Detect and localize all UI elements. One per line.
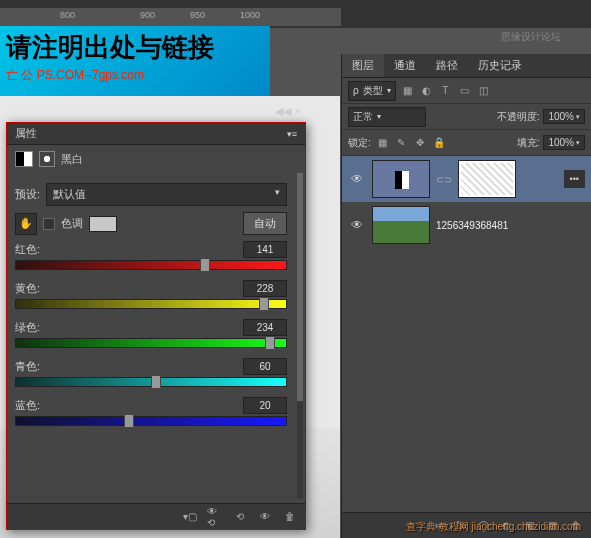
lock-row: 锁定: ▦ ✎ ✥ 🔒 填充: 100%▾ [342,130,591,156]
fill-label: 填充: [517,136,540,150]
ruler-horizontal: 800 900 950 1000 [0,8,341,26]
opacity-input[interactable]: 100%▾ [543,109,585,124]
slider-label: 蓝色: [15,398,40,413]
slider-knob[interactable] [200,258,210,272]
lock-position-icon[interactable]: ✥ [413,135,428,150]
slider-green: 绿色:234 [15,319,287,348]
layers-panel: 图层 通道 路径 历史记录 ρ类型▾ ▦ ◐ T ▭ ◫ 正常▾ 不透明度: 1… [341,54,591,538]
slider-track[interactable] [15,377,287,387]
slider-value-input[interactable]: 234 [243,319,287,336]
preset-label: 预设: [15,187,40,202]
slider-value-input[interactable]: 20 [243,397,287,414]
targeted-tool-icon[interactable]: ✋ [15,213,37,235]
panel-dock-controls: ◀◀ × [275,105,301,118]
collapse-icon[interactable]: ◀◀ [275,105,291,118]
banner-subtitle: 亡 公 PS.COM--7gps.com [0,67,270,84]
tab-history[interactable]: 历史记录 [468,54,532,77]
preset-select[interactable]: 默认值▾ [46,183,287,206]
slider-track[interactable] [15,260,287,270]
slider-red: 红色:141 [15,241,287,270]
filter-adjust-icon[interactable]: ◐ [419,83,434,98]
lock-transparent-icon[interactable]: ▦ [375,135,390,150]
banner-title: 请注明出处与链接 [0,26,270,67]
close-icon[interactable]: × [295,105,301,118]
slider-knob[interactable] [265,336,275,350]
slider-blue: 蓝色:20 [15,397,287,426]
slider-label: 青色: [15,359,40,374]
lock-label: 锁定: [348,136,371,150]
ruler-tick: 800 [60,10,75,20]
properties-panel: ◀◀ × 属性 ▾≡ 黑白 预设: 默认值▾ ✋ 色调 自动 红色:141 黄色… [6,122,306,530]
layer-name[interactable]: 1256349368481 [436,220,508,231]
visibility-toggle[interactable]: 👁 [348,218,366,232]
slider-track[interactable] [15,416,287,426]
mask-thumb[interactable] [458,160,516,198]
bw-adjustment-icon [15,151,33,167]
toggle-visibility-icon[interactable]: 👁 [257,509,272,524]
slider-value-input[interactable]: 141 [243,241,287,258]
panel-menu-icon[interactable]: ▾≡ [287,129,297,139]
filter-shape-icon[interactable]: ▭ [457,83,472,98]
clip-to-layer-icon[interactable]: ▾▢ [182,509,197,524]
properties-scrollbar[interactable] [297,173,303,499]
slider-knob[interactable] [151,375,161,389]
adjustment-thumb[interactable] [372,160,430,198]
visibility-toggle[interactable]: 👁 [348,172,366,186]
mask-mode-icon[interactable] [39,151,55,167]
layer-thumb[interactable] [372,206,430,244]
tint-row: ✋ 色调 自动 [15,212,287,235]
opacity-label: 不透明度: [497,110,540,124]
layer-adjustment-bw[interactable]: 👁 ⊂⊃ ••• [342,156,591,202]
properties-tab[interactable]: 属性 [15,126,37,141]
panel-tabs: 图层 通道 路径 历史记录 [342,54,591,78]
tab-channels[interactable]: 通道 [384,54,426,77]
blend-row: 正常▾ 不透明度: 100%▾ [342,104,591,130]
slider-label: 红色: [15,242,40,257]
tab-paths[interactable]: 路径 [426,54,468,77]
watermark-banner: 请注明出处与链接 亡 公 PS.COM--7gps.com [0,26,270,96]
page-watermark: 查字典 教程网 jiaocheng.chazidian.com [406,520,581,534]
link-icon[interactable]: ⊂⊃ [436,174,452,185]
ruler-tick: 1000 [240,10,260,20]
auto-button[interactable]: 自动 [243,212,287,235]
properties-tabs: 属性 ▾≡ [7,123,305,145]
tab-layers[interactable]: 图层 [342,54,384,77]
properties-footer: ▾▢ 👁⟲ ⟲ 👁 🗑 [7,503,305,529]
slider-knob[interactable] [259,297,269,311]
slider-yellow: 黄色:228 [15,280,287,309]
blend-mode-select[interactable]: 正常▾ [348,107,426,127]
top-watermark: 思缘设计论坛 [501,30,561,44]
adjustment-name: 黑白 [61,152,83,167]
preset-row: 预设: 默认值▾ [15,183,287,206]
filter-type-icon[interactable]: T [438,83,453,98]
fill-input[interactable]: 100%▾ [543,135,585,150]
adjustment-header: 黑白 [7,145,305,173]
lock-image-icon[interactable]: ✎ [394,135,409,150]
tint-swatch[interactable] [89,216,117,232]
filter-pixel-icon[interactable]: ▦ [400,83,415,98]
properties-body: 预设: 默认值▾ ✋ 色调 自动 红色:141 黄色:228 绿色:234 青色… [7,173,295,499]
filter-smart-icon[interactable]: ◫ [476,83,491,98]
lock-all-icon[interactable]: 🔒 [432,135,447,150]
layer-menu-icon[interactable]: ••• [564,170,585,188]
slider-value-input[interactable]: 228 [243,280,287,297]
slider-track[interactable] [15,338,287,348]
kind-filter[interactable]: ρ类型▾ [348,81,396,101]
reset-icon[interactable]: ⟲ [232,509,247,524]
view-previous-icon[interactable]: 👁⟲ [207,509,222,524]
layer-background[interactable]: 👁 1256349368481 [342,202,591,248]
scrollbar-thumb[interactable] [297,173,303,401]
tint-label: 色调 [61,216,83,231]
slider-value-input[interactable]: 60 [243,358,287,375]
ruler-tick: 900 [140,10,155,20]
slider-track[interactable] [15,299,287,309]
slider-label: 黄色: [15,281,40,296]
delete-adjustment-icon[interactable]: 🗑 [282,509,297,524]
slider-label: 绿色: [15,320,40,335]
filter-row: ρ类型▾ ▦ ◐ T ▭ ◫ [342,78,591,104]
tint-checkbox[interactable] [43,218,55,230]
ruler-tick: 950 [190,10,205,20]
slider-cyan: 青色:60 [15,358,287,387]
slider-knob[interactable] [124,414,134,428]
